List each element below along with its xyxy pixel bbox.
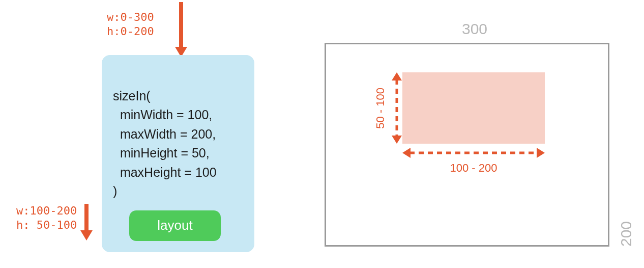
incoming-h: h:0-200 <box>107 24 154 39</box>
svg-marker-9 <box>537 148 545 158</box>
width-range-dimension: 100 - 200 <box>402 146 545 175</box>
height-range-label: 50 - 100 <box>374 88 387 129</box>
width-range-label: 100 - 200 <box>450 162 497 175</box>
canvas-height-label: 200 <box>618 43 635 247</box>
size-range-rect <box>402 72 545 144</box>
incoming-w: w:0-300 <box>107 10 154 24</box>
code-text: sizeIn( minWidth = 100, maxWidth = 200, … <box>113 67 243 201</box>
canvas-width-label: 300 <box>325 20 625 38</box>
arrow-down-out-icon <box>79 204 94 240</box>
layout-button: layout <box>129 210 221 241</box>
outgoing-w: w:100-200 <box>16 204 77 217</box>
layout-button-label: layout <box>157 218 192 233</box>
modifier-code-box: sizeIn( minWidth = 100, maxWidth = 200, … <box>102 55 254 252</box>
double-arrow-horizontal-icon <box>402 146 545 159</box>
outgoing-constraints-label: w:100-200 h: 50-100 <box>16 204 77 232</box>
height-range-dimension: 50 - 100 <box>374 72 403 144</box>
svg-marker-7 <box>402 148 411 158</box>
svg-marker-3 <box>80 230 93 240</box>
svg-marker-4 <box>392 72 402 81</box>
arrow-down-in-icon <box>174 2 188 57</box>
outgoing-h: h: 50-100 <box>16 219 77 231</box>
double-arrow-vertical-icon <box>390 72 403 144</box>
canvas-rect: 50 - 100 100 - 200 <box>325 43 609 247</box>
incoming-constraints-label: w:0-300 h:0-200 <box>107 10 154 38</box>
svg-marker-6 <box>392 136 402 144</box>
